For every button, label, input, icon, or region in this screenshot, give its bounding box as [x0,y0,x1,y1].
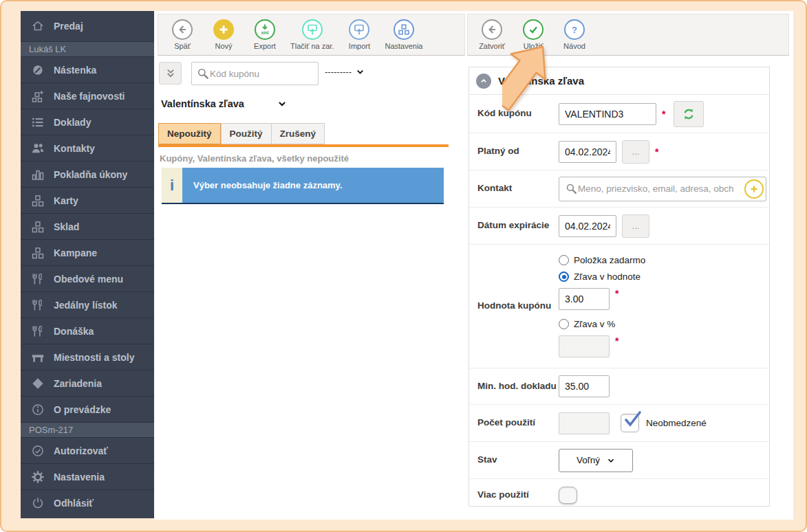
sidebar-item-label: Nastavenia [54,472,105,483]
settings-blocks-icon [394,19,414,40]
sidebar-item-odhlasit[interactable]: Odhlásiť [21,489,154,516]
sidebar-item-obedove-menu[interactable]: Obedové menu [21,265,154,291]
export-button[interactable]: xml Export [249,19,281,50]
add-contact-button[interactable] [744,179,764,199]
sidebar-item-label: O prevádzke [54,404,111,415]
chevron-up-icon [479,76,488,86]
form-row-hodnota-kuponu: Hodnota kupónu Položka zadarmo Zľava v h… [469,245,769,368]
sidebar-item-karty[interactable]: Karty [21,187,154,213]
min-receipt-value-input[interactable] [559,375,610,397]
info-icon: i [162,168,182,203]
plus-icon [749,184,759,194]
tab-zruseny[interactable]: Zrušený [271,123,325,144]
use-count-input[interactable] [559,412,610,434]
unlimited-checkbox[interactable] [621,414,639,432]
sidebar-item-kampane[interactable]: Kampane [21,239,154,265]
cutlery-icon [30,324,45,339]
people-icon [30,141,45,156]
sidebar-item-label: Odhlásiť [54,498,94,509]
expiry-date-input[interactable] [559,215,616,237]
expiry-datepicker-button[interactable]: ... [622,214,649,238]
list-status-line: Kupóny, Valentínska zľava, všetky nepouž… [160,153,349,164]
sidebar-item-nastenka[interactable]: Nástenka [21,56,154,82]
bar-chart-icon [30,167,45,182]
import-icon [349,19,369,40]
power-icon [30,496,45,511]
sidebar-item-donaska[interactable]: Donáška [21,318,154,344]
contact-search-box [559,177,766,201]
filter-dropdown[interactable]: --------- [325,67,365,77]
app-window: Predaj Lukáš LK Nástenka Naše fajnovosti… [0,0,807,532]
diamond-icon [30,376,45,391]
export-xml-icon: xml [255,19,275,40]
import-button[interactable]: Import [343,19,375,50]
sidebar-item-pokladna-ukony[interactable]: Pokladňa úkony [21,161,154,187]
help-button[interactable]: ? Návod [559,19,590,50]
form-row-datum-expiracie: Dátum expirácie ... [469,208,769,245]
sidebar: Predaj Lukáš LK Nástenka Naše fajnovosti… [21,11,154,518]
sidebar-item-sklad[interactable]: Sklad [21,213,154,239]
tab-pouzity[interactable]: Použitý [221,123,271,144]
form-title: Valentínska zľava [498,75,584,87]
chevron-down-icon [356,67,365,76]
save-button[interactable]: Uložiť [517,19,549,50]
back-button[interactable]: Späť [166,19,198,50]
gear-icon [30,469,45,485]
sidebar-item-label: Kampane [54,247,97,258]
sidebar-item-o-prevadzke[interactable]: O prevádzke [21,396,154,422]
tab-underline [158,144,449,147]
sidebar-item-label: Doklady [54,117,91,128]
form-row-platny-od: Platný od ... * [469,133,769,170]
settings-button[interactable]: Nastavenia [385,19,422,50]
new-button[interactable]: Nový [208,19,239,50]
sidebar-item-jedalny-listok[interactable]: Jedálny lístok [21,291,154,318]
status-select[interactable]: Voľný [559,449,633,472]
sidebar-item-nase-fajnovosti[interactable]: Naše fajnovosti [21,82,154,109]
campaign-dropdown[interactable]: Valentínska zľava [161,98,287,109]
discount-percent-input[interactable] [559,335,610,357]
regenerate-code-button[interactable] [674,101,704,127]
form-row-kod-kuponu: Kód kupónu * [469,95,769,133]
radio-icon [559,255,569,265]
check-circle-icon [30,443,45,458]
blocks-icon [30,219,45,234]
contact-search-input[interactable] [578,184,741,194]
unlimited-checkbox-label: Neobmedzené [646,418,707,428]
sidebar-group-device: POSm-217 [21,422,154,437]
form-header: Valentínska zľava [469,67,769,95]
sidebar-item-zariadenia[interactable]: Zariadenia [21,370,154,396]
coupon-search-input[interactable] [210,69,314,79]
save-check-icon [523,19,544,40]
sidebar-item-kontakty[interactable]: Kontakty [21,135,154,161]
blocks-icon [30,245,45,261]
print-to-device-button[interactable]: Tlačiť na zar. [290,19,334,50]
close-back-icon [482,19,502,40]
tab-nepouzity[interactable]: Nepoužitý [158,123,221,144]
search-icon [565,182,578,195]
sidebar-item-doklady[interactable]: Doklady [21,109,154,135]
radio-zlava-v-hodnote[interactable]: Zľava v hodnote [559,271,645,282]
sidebar-item-label: Kontakty [54,143,95,154]
multi-use-checkbox[interactable] [559,487,577,504]
sidebar-item-nastavenia[interactable]: Nastavenia [21,463,154,489]
sidebar-item-label: Naše fajnovosti [54,91,125,102]
collapse-panel-button[interactable] [476,74,491,89]
close-button[interactable]: Zatvoriť [476,19,508,50]
blocks-star-icon [30,89,45,104]
sidebar-item-miestnosti-a-stoly[interactable]: Miestnosti a stoly [21,344,154,370]
radio-polozka-zadarmo[interactable]: Položka zadarmo [559,255,645,265]
chevron-down-icon [607,456,615,465]
radio-icon [559,319,569,329]
expand-filters-button[interactable] [159,62,182,85]
required-marker: * [615,288,618,299]
discount-amount-input[interactable] [559,288,610,310]
valid-from-datepicker-button[interactable]: ... [622,140,649,164]
print-device-icon [302,19,323,40]
sidebar-item-autorizovat[interactable]: Autorizovať [21,437,154,463]
sidebar-item-predaj[interactable]: Predaj [21,11,154,41]
valid-from-input[interactable] [559,141,616,163]
info-icon [30,402,45,417]
radio-zlava-v-percentach[interactable]: Zľava v % [559,319,645,329]
coupon-code-input[interactable] [559,103,656,125]
refresh-icon [682,107,696,121]
